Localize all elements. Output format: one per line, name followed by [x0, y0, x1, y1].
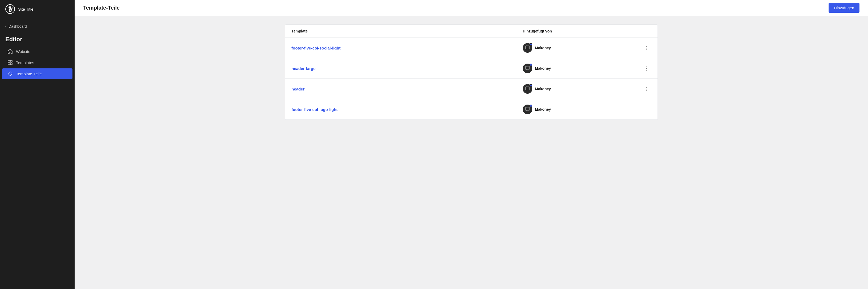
template-link-header-large[interactable]: header-large — [291, 66, 523, 71]
more-options-button-3[interactable]: ⋮ — [642, 85, 651, 93]
added-by-cell-3: Makoney — [523, 84, 638, 94]
added-by-name-2: Makoney — [535, 66, 551, 71]
sidebar-item-template-parts-label: Template-Teile — [16, 72, 42, 76]
editor-section-title: Editor — [0, 31, 74, 45]
top-bar: Template-Teile Hinzufügen — [74, 0, 868, 16]
added-by-cell-4: Makoney — [523, 105, 638, 114]
svg-rect-9 — [526, 66, 527, 69]
theme-avatar-3 — [523, 84, 532, 94]
table-row: footer-five-col-logo-light Makoney — [285, 99, 657, 119]
theme-dot-2 — [530, 64, 532, 66]
svg-rect-7 — [526, 46, 527, 49]
sidebar-item-template-parts[interactable]: Template-Teile — [2, 68, 72, 79]
table-header: Template Hinzugefügt von — [285, 25, 657, 38]
sidebar-item-website[interactable]: Website — [2, 46, 72, 57]
actions-cell-3: ⋮ — [638, 85, 651, 93]
added-by-cell-2: Makoney — [523, 64, 638, 73]
page-title: Template-Teile — [83, 5, 120, 11]
back-label: Dashboard — [8, 24, 27, 29]
more-options-button-1[interactable]: ⋮ — [642, 44, 651, 52]
theme-icon-inner-1 — [525, 45, 530, 50]
svg-rect-11 — [526, 87, 527, 90]
main-content: Template-Teile Hinzufügen Template Hinzu… — [74, 0, 868, 289]
wordpress-logo — [5, 4, 15, 14]
site-title: Site Title — [18, 7, 34, 11]
template-link-footer-five-col-social-light[interactable]: footer-five-col-social-light — [291, 46, 523, 50]
template-parts-table: Template Hinzugefügt von footer-five-col… — [285, 25, 658, 120]
content-area: Template Hinzugefügt von footer-five-col… — [74, 16, 868, 289]
svg-rect-6 — [526, 46, 529, 49]
added-by-cell-1: Makoney — [523, 43, 638, 53]
theme-dot-4 — [530, 105, 532, 107]
add-button[interactable]: Hinzufügen — [829, 3, 860, 13]
back-to-dashboard[interactable]: ‹ Dashboard — [0, 22, 74, 31]
added-by-name-1: Makoney — [535, 46, 551, 50]
column-header-template: Template — [291, 29, 523, 33]
sidebar-item-website-label: Website — [16, 49, 30, 54]
svg-rect-10 — [526, 87, 529, 90]
sidebar-header: Site Title — [0, 0, 74, 19]
added-by-name-4: Makoney — [535, 107, 551, 111]
svg-rect-12 — [526, 107, 529, 110]
svg-rect-13 — [526, 107, 527, 110]
theme-avatar-1 — [523, 43, 532, 53]
svg-rect-5 — [8, 72, 12, 76]
table-row: footer-five-col-social-light Makoney — [285, 38, 657, 58]
actions-cell-1: ⋮ — [638, 44, 651, 52]
sidebar-item-templates-label: Templates — [16, 61, 34, 65]
table-row: header-large Makoney ⋮ — [285, 58, 657, 79]
theme-icon-inner-3 — [525, 86, 530, 92]
table-row: header Makoney ⋮ — [285, 79, 657, 99]
home-icon — [7, 49, 13, 54]
column-header-added-by: Hinzugefügt von — [523, 29, 638, 33]
svg-rect-1 — [8, 61, 10, 62]
theme-avatar-4 — [523, 105, 532, 114]
svg-rect-3 — [8, 63, 10, 65]
added-by-name-3: Makoney — [535, 87, 551, 91]
svg-rect-4 — [10, 63, 12, 65]
actions-cell-2: ⋮ — [638, 64, 651, 72]
sidebar: Site Title ‹ Dashboard Editor Website — [0, 0, 74, 289]
svg-rect-2 — [10, 61, 12, 62]
template-link-footer-five-col-logo-light[interactable]: footer-five-col-logo-light — [291, 107, 523, 112]
theme-dot-1 — [530, 43, 532, 46]
theme-icon-inner-4 — [525, 107, 530, 112]
more-options-button-2[interactable]: ⋮ — [642, 64, 651, 72]
sidebar-navigation: ‹ Dashboard Editor Website Templates — [0, 19, 74, 289]
back-chevron-icon: ‹ — [5, 25, 6, 28]
grid-icon — [7, 60, 13, 65]
sidebar-item-templates[interactable]: Templates — [2, 57, 72, 68]
theme-dot-3 — [530, 84, 532, 87]
diamond-icon — [7, 71, 13, 76]
svg-rect-8 — [526, 66, 529, 69]
theme-avatar-2 — [523, 64, 532, 73]
theme-icon-inner-2 — [525, 66, 530, 71]
template-link-header[interactable]: header — [291, 87, 523, 91]
